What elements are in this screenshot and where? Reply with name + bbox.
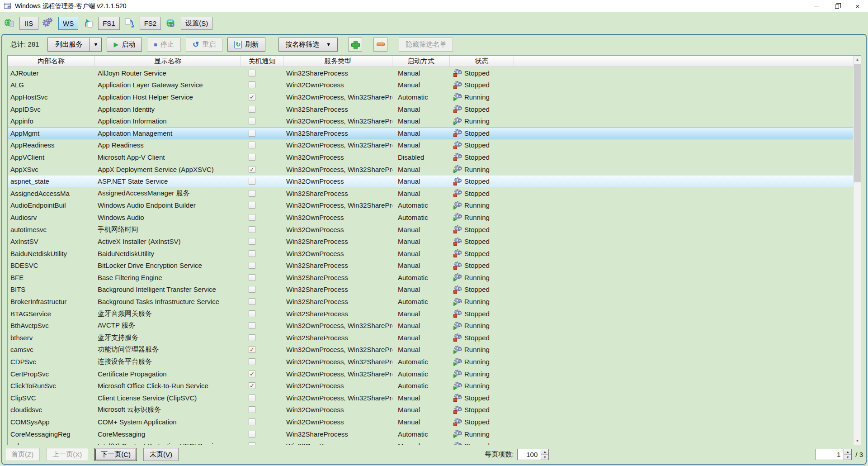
table-row[interactable]: BaiduNetdiskUtilityBaiduNetdiskUtilityWi… (8, 247, 853, 260)
scrollbar-thumb[interactable] (854, 64, 861, 182)
column-header-status[interactable]: 状态 (450, 56, 514, 67)
table-row[interactable]: AudiosrvWindows AudioWin32OwnProcessAuto… (8, 211, 853, 223)
settings-button[interactable]: 设置(S) (181, 17, 212, 30)
checkbox-unchecked[interactable] (249, 431, 255, 437)
checkbox-checked[interactable]: ✓ (249, 371, 255, 377)
checkbox-unchecked[interactable] (249, 226, 255, 233)
checkbox-unchecked[interactable] (249, 286, 255, 293)
page-size-input[interactable]: 100 (517, 449, 541, 460)
list-services-button[interactable]: 列出服务 (47, 38, 90, 52)
scroll-down-arrow[interactable]: ▼ (854, 437, 861, 445)
table-row[interactable]: AxInstSVActiveX Installer (AxInstSV)Win3… (8, 235, 853, 247)
checkbox-unchecked[interactable] (249, 358, 255, 365)
checkbox-unchecked[interactable] (249, 442, 255, 445)
vertical-scrollbar[interactable]: ▲ ▼ (853, 56, 861, 445)
table-row[interactable]: AppReadinessApp ReadinessWin32OwnProcess… (8, 139, 853, 152)
table-row[interactable]: cphsIntel(R) Content Protection HECI Ser… (8, 440, 853, 445)
refresh-button[interactable]: ↻ 刷新 (227, 38, 265, 52)
iis-button[interactable]: IIS (19, 17, 38, 30)
filter-by-name-button[interactable]: 按名称筛选 ▼ (278, 38, 338, 52)
checkbox-checked[interactable]: ✓ (249, 346, 255, 353)
table-row[interactable]: AppMgmtApplication ManagementWin32ShareP… (8, 127, 853, 139)
restore-button[interactable] (826, 0, 847, 12)
checkbox-unchecked[interactable] (249, 310, 255, 317)
table-row[interactable]: aspnet_stateASP.NET State ServiceWin32Ow… (8, 175, 853, 187)
cell-display-name: Intel(R) Content Protection HECI Service (95, 442, 241, 445)
checkbox-checked[interactable]: ✓ (249, 382, 255, 389)
cell-status: Stopped (450, 189, 514, 197)
table-row[interactable]: CoreMessagingRegCoreMessagingWin32ShareP… (8, 428, 853, 440)
checkbox-unchecked[interactable] (249, 238, 255, 245)
checkbox-checked[interactable]: ✓ (249, 166, 255, 173)
table-row[interactable]: AudioEndpointBuilWindows Audio Endpoint … (8, 200, 853, 212)
table-row[interactable]: BTAGService蓝牙音频网关服务Win32ShareProcessManu… (8, 308, 853, 320)
checkbox-unchecked[interactable] (249, 214, 255, 221)
table-row[interactable]: BthAvctpSvcAVCTP 服务Win32OwnProcess, Win3… (8, 319, 853, 332)
checkbox-unchecked[interactable] (249, 406, 255, 413)
checkbox-unchecked[interactable] (249, 118, 255, 124)
page-size-up-arrow[interactable]: ▲ (541, 449, 548, 455)
checkbox-unchecked[interactable] (249, 70, 255, 76)
table-row[interactable]: AppIDSvcApplication IdentityWin32SharePr… (8, 103, 853, 115)
checkbox-unchecked[interactable] (249, 298, 255, 305)
ws-button[interactable]: WS (58, 17, 78, 30)
table-row[interactable]: ALGApplication Layer Gateway ServiceWin3… (8, 79, 853, 91)
page-size-down-arrow[interactable]: ▼ (541, 455, 548, 460)
table-row[interactable]: CDPSvc连接设备平台服务Win32OwnProcess, Win32Shar… (8, 356, 853, 368)
checkbox-unchecked[interactable] (249, 418, 255, 425)
fs2-button[interactable]: FS2 (140, 17, 161, 30)
checkbox-unchecked[interactable] (249, 190, 255, 197)
scroll-up-arrow[interactable]: ▲ (854, 56, 861, 63)
current-page-up-arrow[interactable]: ▲ (844, 449, 851, 455)
checkbox-unchecked[interactable] (249, 334, 255, 341)
start-button[interactable]: ▶ 启动 (107, 38, 142, 52)
column-header-service-type[interactable]: 服务类型 (283, 56, 392, 67)
checkbox-unchecked[interactable] (249, 154, 255, 161)
close-button[interactable]: × (847, 0, 868, 12)
cell-shutdown-notify: ✓ (241, 346, 283, 353)
table-row[interactable]: cloudidsvcMicrosoft 云标识服务Win32OwnProcess… (8, 404, 853, 416)
checkbox-unchecked[interactable] (249, 395, 255, 401)
table-row[interactable]: autotimesvc手机网络时间Win32OwnProcessManualSt… (8, 223, 853, 236)
table-row[interactable]: COMSysAppCOM+ System ApplicationWin32Own… (8, 416, 853, 428)
column-header-internal-name[interactable]: 内部名称 (8, 56, 95, 67)
table-row[interactable]: AppVClientMicrosoft App-V ClientWin32Own… (8, 151, 853, 163)
current-page-down-arrow[interactable]: ▼ (844, 455, 851, 460)
table-row[interactable]: AJRouterAllJoyn Router ServiceWin32Share… (8, 67, 853, 79)
column-header-startup-type[interactable]: 启动方式 (392, 56, 450, 67)
checkbox-unchecked[interactable] (249, 130, 255, 137)
checkbox-checked[interactable]: ✓ (249, 94, 255, 100)
fs1-button[interactable]: FS1 (98, 17, 120, 30)
list-services-dropdown-arrow[interactable]: ▼ (90, 38, 102, 52)
checkbox-unchecked[interactable] (249, 322, 255, 329)
table-row[interactable]: CertPropSvcCertificate Propagation✓Win32… (8, 368, 853, 380)
table-row[interactable]: BDESVCBitLocker Drive Encryption Service… (8, 260, 853, 272)
column-header-display-name[interactable]: 显示名称 (95, 56, 241, 67)
table-row[interactable]: BFEBase Filtering EngineWin32ShareProces… (8, 271, 853, 284)
column-header-shutdown-notify[interactable]: 关机通知 (241, 56, 283, 67)
table-row[interactable]: ClickToRunSvcMicrosoft Office Click-to-R… (8, 380, 853, 392)
table-row[interactable]: AssignedAccessMaAssignedAccessManager 服务… (8, 187, 853, 200)
checkbox-unchecked[interactable] (249, 81, 255, 88)
next-page-button[interactable]: 下一页(C) (94, 448, 137, 461)
checkbox-unchecked[interactable] (249, 262, 255, 269)
last-page-button[interactable]: 末页(V) (143, 448, 179, 461)
table-row[interactable]: ClipSVCClient License Service (ClipSVC)W… (8, 392, 853, 404)
minimize-button[interactable] (806, 0, 826, 12)
table-row[interactable]: AppHostSvcApplication Host Helper Servic… (8, 91, 853, 103)
table-row[interactable]: BITSBackground Intelligent Transfer Serv… (8, 284, 853, 296)
add-filter-button[interactable] (348, 38, 362, 52)
table-row[interactable]: camsvc功能访问管理器服务✓Win32OwnProcess, Win32Sh… (8, 344, 853, 356)
checkbox-unchecked[interactable] (249, 250, 255, 257)
remove-filter-button[interactable] (373, 38, 387, 52)
table-row[interactable]: bthserv蓝牙支持服务Win32ShareProcessManualStop… (8, 332, 853, 344)
checkbox-unchecked[interactable] (249, 274, 255, 281)
checkbox-unchecked[interactable] (249, 178, 255, 185)
checkbox-unchecked[interactable] (249, 106, 255, 113)
table-row[interactable]: AppXSvcAppX Deployment Service (AppXSVC)… (8, 163, 853, 176)
table-row[interactable]: BrokerInfrastructurBackground Tasks Infr… (8, 295, 853, 308)
checkbox-unchecked[interactable] (249, 202, 255, 209)
current-page-input[interactable]: 1 (816, 449, 844, 460)
checkbox-unchecked[interactable] (249, 142, 255, 148)
table-row[interactable]: AppinfoApplication InformationWin32OwnPr… (8, 115, 853, 127)
